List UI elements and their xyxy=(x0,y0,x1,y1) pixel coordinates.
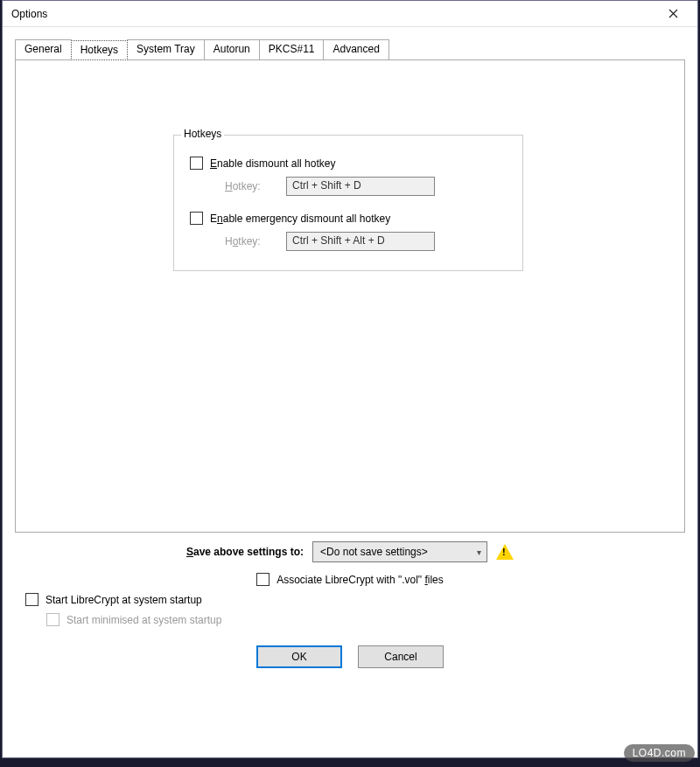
associate-checkbox[interactable] xyxy=(256,573,270,586)
tab-system-tray[interactable]: System Tray xyxy=(127,39,205,59)
tab-hotkeys[interactable]: Hotkeys xyxy=(71,40,128,60)
start-minimised-label: Start minimised at system startup xyxy=(66,614,221,626)
enable-dismount-row: Enable dismount all hotkey xyxy=(190,157,507,170)
save-settings-value: <Do not save settings> xyxy=(320,546,428,558)
tab-pkcs11[interactable]: PKCS#11 xyxy=(259,39,325,59)
hotkeys-groupbox: Hotkeys Enable dismount all hotkey Hotke… xyxy=(173,135,523,271)
dismount-hotkey-input[interactable]: Ctrl + Shift + D xyxy=(286,177,435,196)
groupbox-legend: Hotkeys xyxy=(181,128,224,140)
content-area: General Hotkeys System Tray Autorun PKCS… xyxy=(3,27,697,757)
title-bar: Options xyxy=(3,1,697,27)
start-minimised-row: Start minimised at system startup xyxy=(46,613,685,626)
button-row: OK Cancel xyxy=(15,645,685,668)
enable-dismount-label: Enable dismount all hotkey xyxy=(210,157,335,170)
close-button[interactable] xyxy=(655,2,690,26)
startup-checkbox[interactable] xyxy=(25,593,38,606)
options-dialog: Options General Hotkeys System Tray Auto… xyxy=(2,0,698,758)
cancel-button[interactable]: Cancel xyxy=(358,645,444,668)
emergency-hotkey-label: Hotkey: xyxy=(225,235,277,248)
enable-emergency-label: Enable emergency dismount all hotkey xyxy=(210,213,390,225)
associate-row: Associate LibreCrypt with ".vol" files xyxy=(15,573,685,586)
emergency-hotkey-input[interactable]: Ctrl + Shift + Alt + D xyxy=(286,232,435,251)
tab-strip: General Hotkeys System Tray Autorun PKCS… xyxy=(15,39,685,60)
ok-button[interactable]: OK xyxy=(256,645,342,668)
chevron-down-icon: ▾ xyxy=(477,547,481,557)
close-icon xyxy=(668,9,678,18)
tab-advanced[interactable]: Advanced xyxy=(323,39,388,59)
save-settings-label: Save above settings to: xyxy=(186,546,304,558)
window-title: Options xyxy=(11,8,47,20)
dismount-hotkey-label: Hotkey: xyxy=(225,180,277,192)
save-settings-dropdown[interactable]: <Do not save settings> ▾ xyxy=(312,541,487,562)
enable-dismount-checkbox[interactable] xyxy=(190,157,203,170)
lower-panel: Save above settings to: <Do not save set… xyxy=(15,541,685,668)
startup-row: Start LibreCrypt at system startup xyxy=(25,593,685,606)
enable-emergency-checkbox[interactable] xyxy=(190,212,203,225)
tab-general[interactable]: General xyxy=(15,39,72,59)
emergency-hotkey-row: Hotkey: Ctrl + Shift + Alt + D xyxy=(190,232,507,251)
watermark: LO4D.com xyxy=(624,744,695,762)
tab-page-hotkeys: Hotkeys Enable dismount all hotkey Hotke… xyxy=(15,60,685,533)
dismount-hotkey-row: Hotkey: Ctrl + Shift + D xyxy=(190,177,507,196)
enable-emergency-row: Enable emergency dismount all hotkey xyxy=(190,212,507,225)
warning-icon xyxy=(496,544,514,560)
start-minimised-checkbox xyxy=(46,613,60,626)
startup-label: Start LibreCrypt at system startup xyxy=(46,594,202,606)
save-settings-row: Save above settings to: <Do not save set… xyxy=(15,541,685,562)
tab-autorun[interactable]: Autorun xyxy=(204,39,260,59)
associate-label: Associate LibreCrypt with ".vol" files xyxy=(276,574,444,586)
